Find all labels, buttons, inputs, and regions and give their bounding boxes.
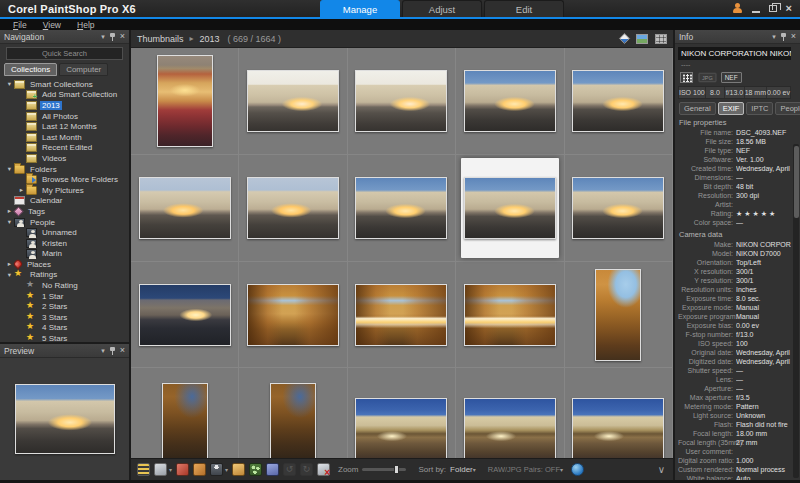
photo-thumbnail-arch-night[interactable] xyxy=(162,383,208,459)
expander-down-icon[interactable]: ▾ xyxy=(5,165,14,173)
tree-item-no-rating[interactable]: No Rating xyxy=(0,280,129,291)
tab-manage[interactable]: Manage xyxy=(320,0,400,17)
photo-thumbnail-street-trails[interactable] xyxy=(464,284,556,346)
nav-tab-computer[interactable]: Computer xyxy=(59,63,108,76)
minimize-icon[interactable] xyxy=(752,11,760,13)
expander-down-icon[interactable]: ▾ xyxy=(5,218,14,226)
breadcrumb-collection[interactable]: 2013 xyxy=(200,34,220,44)
tree-item-browse-more-folders[interactable]: Browse More Folders xyxy=(0,174,129,185)
photo-thumbnail-street[interactable] xyxy=(247,284,339,346)
tree-item-1-star[interactable]: 1 Star xyxy=(0,291,129,302)
tree-item-recent-edited[interactable]: Recent Edited xyxy=(0,143,129,154)
quick-review-orange-pen-icon[interactable] xyxy=(193,463,206,476)
photo-thumbnail-plaza-arch[interactable] xyxy=(572,398,664,459)
tree-item-ratings[interactable]: ▾Ratings xyxy=(0,270,129,281)
pin-icon[interactable] xyxy=(109,33,116,41)
thumbnail-mode-icon[interactable] xyxy=(137,463,150,476)
info-tab-general[interactable]: General xyxy=(679,102,716,115)
panel-close-icon[interactable]: × xyxy=(120,32,125,41)
info-scrollbar-thumb[interactable] xyxy=(794,146,799,218)
photo-thumbnail-plaza-blue[interactable] xyxy=(572,177,664,239)
tree-item-marin[interactable]: Marin xyxy=(0,249,129,260)
share-icon[interactable] xyxy=(249,463,262,476)
info-tab-exif[interactable]: EXIF xyxy=(718,102,745,115)
restore-icon[interactable] xyxy=(769,5,777,12)
photo-thumbnail-plaza-blue[interactable] xyxy=(355,177,447,239)
photo-thumbnail-arch-night[interactable] xyxy=(270,383,316,459)
slideshow-icon[interactable] xyxy=(266,463,279,476)
panel-close-icon[interactable]: × xyxy=(120,346,125,355)
panel-close-icon[interactable]: × xyxy=(791,32,796,41)
photo-thumbnail-carousel[interactable] xyxy=(157,55,213,147)
format-badge-jpg[interactable]: JPG xyxy=(699,73,717,82)
file-organize-icon[interactable] xyxy=(154,463,167,476)
info-tab-people[interactable]: People xyxy=(775,102,800,115)
tree-item-last-month[interactable]: Last Month xyxy=(0,132,129,143)
tree-item-folders[interactable]: ▾Folders xyxy=(0,164,129,175)
tree-item-2013[interactable]: 2013 xyxy=(0,100,129,111)
tree-item-unnamed[interactable]: Unnamed xyxy=(0,227,129,238)
chevron-down-icon[interactable]: ▾ xyxy=(169,466,172,473)
expander-right-icon[interactable]: ▸ xyxy=(17,186,26,194)
photo-thumbnail-plaza-bright[interactable] xyxy=(355,70,447,132)
panel-menu-icon[interactable]: ▾ xyxy=(101,347,105,354)
expander-down-icon[interactable]: ▾ xyxy=(5,80,14,88)
pin-icon[interactable] xyxy=(109,347,116,355)
tree-item-add-smart-collection[interactable]: Add Smart Collection xyxy=(0,90,129,101)
photo-thumbnail-arch[interactable] xyxy=(595,269,641,361)
panel-menu-icon[interactable]: ▾ xyxy=(101,33,105,40)
photo-thumbnail-plaza-night[interactable] xyxy=(139,284,231,346)
info-scrollbar[interactable] xyxy=(793,144,799,478)
tree-item-last-12-months[interactable]: Last 12 Months xyxy=(0,121,129,132)
panel-menu-icon[interactable]: ▾ xyxy=(772,33,776,40)
tab-adjust[interactable]: Adjust xyxy=(402,0,482,17)
photo-thumbnail-plaza-blue[interactable] xyxy=(464,177,556,239)
collapse-toolbar-icon[interactable]: ∨ xyxy=(658,464,667,475)
caption-field[interactable]: ---- xyxy=(678,60,791,70)
thumbnail-view-icon[interactable] xyxy=(655,34,667,44)
tree-item-4-stars[interactable]: 4 Stars xyxy=(0,323,129,334)
photo-thumbnail-plaza-dusk[interactable] xyxy=(247,177,339,239)
format-badge-nef[interactable]: NEF xyxy=(721,72,742,83)
tree-item-all-photos[interactable]: All Photos xyxy=(0,111,129,122)
info-tab-iptc[interactable]: IPTC xyxy=(746,102,773,115)
info-globe-icon[interactable] xyxy=(571,463,584,476)
map-location-icon[interactable] xyxy=(232,463,245,476)
chevron-down-icon[interactable]: ▾ xyxy=(225,466,228,473)
tree-item-calendar[interactable]: Calendar xyxy=(0,196,129,207)
tree-item-tags[interactable]: ▸Tags xyxy=(0,206,129,217)
zoom-slider-handle[interactable] xyxy=(394,465,399,474)
zoom-slider[interactable] xyxy=(362,468,406,471)
people-tag-icon[interactable] xyxy=(210,463,223,476)
photo-thumbnail-plaza-arch[interactable] xyxy=(355,398,447,459)
sign-in-user-icon[interactable] xyxy=(732,3,743,14)
preview-view-icon[interactable] xyxy=(636,34,648,44)
photo-thumbnail-plaza-blue[interactable] xyxy=(464,70,556,132)
tree-item-people[interactable]: ▾People xyxy=(0,217,129,228)
tree-item-3-stars[interactable]: 3 Stars xyxy=(0,312,129,323)
tree-item-2-stars[interactable]: 2 Stars xyxy=(0,301,129,312)
photo-thumbnail-street-trails[interactable] xyxy=(355,284,447,346)
photo-thumbnail-plaza-dusk[interactable] xyxy=(139,177,231,239)
menu-file[interactable]: File xyxy=(6,20,34,30)
quick-search-input[interactable]: Quick Search xyxy=(6,47,123,60)
pin-icon[interactable] xyxy=(780,33,787,41)
nav-tab-collections[interactable]: Collections xyxy=(4,63,57,76)
expander-down-icon[interactable]: ▾ xyxy=(5,271,14,279)
photo-thumbnail-plaza-arch[interactable] xyxy=(464,398,556,459)
menu-help[interactable]: Help xyxy=(70,20,101,30)
thumbnail-grid-icon[interactable] xyxy=(680,72,693,83)
tree-item-my-pictures[interactable]: ▸My Pictures xyxy=(0,185,129,196)
close-icon[interactable]: × xyxy=(786,3,792,14)
delete-image-icon[interactable] xyxy=(317,463,330,476)
photo-thumbnail-plaza-bright[interactable] xyxy=(247,70,339,132)
photo-thumbnail-plaza-blue[interactable] xyxy=(572,70,664,132)
map-view-icon[interactable] xyxy=(619,33,630,44)
tree-item-smart-collections[interactable]: ▾Smart Collections xyxy=(0,79,129,90)
tree-item-5-stars[interactable]: 5 Stars xyxy=(0,333,129,342)
tab-edit[interactable]: Edit xyxy=(484,0,564,17)
menu-view[interactable]: View xyxy=(36,20,68,30)
raw-jpg-pairs-dropdown[interactable]: RAW/JPG Pairs: OFF ▾ xyxy=(488,465,563,474)
quick-review-red-pen-icon[interactable] xyxy=(176,463,189,476)
tree-item-kristen[interactable]: Kristen xyxy=(0,238,129,249)
